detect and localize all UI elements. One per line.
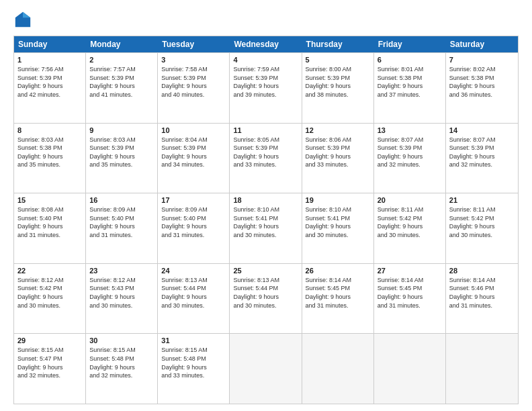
day-content: Sunrise: 8:14 AM Sunset: 5:45 PM Dayligh…	[306, 276, 370, 310]
day-number: 27	[378, 267, 442, 275]
day-cell-5: 5Sunrise: 8:00 AM Sunset: 5:39 PM Daylig…	[302, 53, 374, 123]
calendar-row-2: 8Sunrise: 8:03 AM Sunset: 5:38 PM Daylig…	[14, 123, 518, 193]
empty-cell	[446, 334, 518, 404]
day-cell-29: 29Sunrise: 8:15 AM Sunset: 5:47 PM Dayli…	[14, 334, 86, 404]
header-day-monday: Monday	[86, 36, 158, 52]
day-number: 25	[233, 267, 298, 275]
day-content: Sunrise: 7:58 AM Sunset: 5:39 PM Dayligh…	[161, 65, 226, 99]
day-content: Sunrise: 8:14 AM Sunset: 5:46 PM Dayligh…	[449, 276, 515, 310]
day-content: Sunrise: 8:00 AM Sunset: 5:39 PM Dayligh…	[306, 65, 370, 99]
day-content: Sunrise: 7:57 AM Sunset: 5:39 PM Dayligh…	[89, 65, 154, 99]
day-cell-4: 4Sunrise: 7:59 AM Sunset: 5:39 PM Daylig…	[230, 53, 302, 123]
day-cell-10: 10Sunrise: 8:04 AM Sunset: 5:39 PM Dayli…	[158, 124, 230, 193]
day-cell-8: 8Sunrise: 8:03 AM Sunset: 5:38 PM Daylig…	[14, 124, 86, 193]
day-number: 5	[306, 56, 370, 64]
logo	[13, 10, 35, 29]
day-content: Sunrise: 8:05 AM Sunset: 5:39 PM Dayligh…	[233, 136, 298, 169]
day-number: 29	[17, 336, 82, 345]
day-number: 12	[306, 126, 370, 134]
day-content: Sunrise: 8:15 AM Sunset: 5:48 PM Dayligh…	[161, 346, 226, 379]
day-content: Sunrise: 8:02 AM Sunset: 5:38 PM Dayligh…	[449, 65, 515, 99]
day-cell-21: 21Sunrise: 8:11 AM Sunset: 5:42 PM Dayli…	[446, 193, 518, 263]
day-content: Sunrise: 8:06 AM Sunset: 5:39 PM Dayligh…	[306, 136, 370, 169]
day-content: Sunrise: 8:14 AM Sunset: 5:45 PM Dayligh…	[378, 276, 442, 310]
empty-cell	[230, 334, 302, 404]
calendar: SundayMondayTuesdayWednesdayThursdayFrid…	[13, 36, 519, 404]
day-number: 8	[17, 126, 82, 134]
day-number: 19	[306, 196, 370, 204]
day-number: 21	[449, 196, 515, 204]
calendar-row-1: 1Sunrise: 7:56 AM Sunset: 5:39 PM Daylig…	[14, 52, 518, 123]
day-content: Sunrise: 7:56 AM Sunset: 5:39 PM Dayligh…	[17, 65, 82, 99]
calendar-body: 1Sunrise: 7:56 AM Sunset: 5:39 PM Daylig…	[14, 52, 518, 404]
day-content: Sunrise: 8:13 AM Sunset: 5:44 PM Dayligh…	[161, 276, 226, 310]
day-number: 24	[161, 267, 226, 275]
day-content: Sunrise: 8:12 AM Sunset: 5:43 PM Dayligh…	[89, 276, 154, 310]
day-number: 6	[378, 56, 442, 64]
day-cell-31: 31Sunrise: 8:15 AM Sunset: 5:48 PM Dayli…	[158, 334, 230, 404]
day-content: Sunrise: 8:13 AM Sunset: 5:44 PM Dayligh…	[233, 276, 298, 310]
day-cell-2: 2Sunrise: 7:57 AM Sunset: 5:39 PM Daylig…	[86, 53, 158, 123]
day-cell-18: 18Sunrise: 8:10 AM Sunset: 5:41 PM Dayli…	[230, 193, 302, 263]
day-cell-6: 6Sunrise: 8:01 AM Sunset: 5:38 PM Daylig…	[374, 53, 446, 123]
day-cell-16: 16Sunrise: 8:09 AM Sunset: 5:40 PM Dayli…	[86, 193, 158, 263]
day-content: Sunrise: 8:07 AM Sunset: 5:39 PM Dayligh…	[449, 136, 515, 169]
day-number: 17	[161, 196, 226, 204]
day-content: Sunrise: 8:03 AM Sunset: 5:39 PM Dayligh…	[89, 136, 154, 169]
calendar-row-4: 22Sunrise: 8:12 AM Sunset: 5:42 PM Dayli…	[14, 263, 518, 334]
day-cell-9: 9Sunrise: 8:03 AM Sunset: 5:39 PM Daylig…	[86, 124, 158, 193]
day-cell-23: 23Sunrise: 8:12 AM Sunset: 5:43 PM Dayli…	[86, 264, 158, 334]
day-content: Sunrise: 8:11 AM Sunset: 5:42 PM Dayligh…	[378, 205, 442, 239]
day-content: Sunrise: 8:01 AM Sunset: 5:38 PM Dayligh…	[378, 65, 442, 99]
day-number: 23	[89, 267, 154, 275]
day-content: Sunrise: 8:09 AM Sunset: 5:40 PM Dayligh…	[161, 205, 226, 239]
header-day-wednesday: Wednesday	[230, 36, 302, 52]
day-cell-17: 17Sunrise: 8:09 AM Sunset: 5:40 PM Dayli…	[158, 193, 230, 263]
day-content: Sunrise: 8:11 AM Sunset: 5:42 PM Dayligh…	[449, 205, 515, 239]
header-day-thursday: Thursday	[302, 36, 374, 52]
day-cell-28: 28Sunrise: 8:14 AM Sunset: 5:46 PM Dayli…	[446, 264, 518, 334]
day-cell-20: 20Sunrise: 8:11 AM Sunset: 5:42 PM Dayli…	[374, 193, 446, 263]
day-cell-11: 11Sunrise: 8:05 AM Sunset: 5:39 PM Dayli…	[230, 124, 302, 193]
day-cell-25: 25Sunrise: 8:13 AM Sunset: 5:44 PM Dayli…	[230, 264, 302, 334]
day-content: Sunrise: 8:07 AM Sunset: 5:39 PM Dayligh…	[378, 136, 442, 169]
day-number: 31	[161, 336, 226, 345]
day-number: 11	[233, 126, 298, 134]
empty-cell	[302, 334, 374, 404]
day-cell-22: 22Sunrise: 8:12 AM Sunset: 5:42 PM Dayli…	[14, 264, 86, 334]
day-content: Sunrise: 8:15 AM Sunset: 5:48 PM Dayligh…	[89, 346, 154, 379]
day-cell-24: 24Sunrise: 8:13 AM Sunset: 5:44 PM Dayli…	[158, 264, 230, 334]
calendar-row-3: 15Sunrise: 8:08 AM Sunset: 5:40 PM Dayli…	[14, 193, 518, 263]
day-number: 20	[378, 196, 442, 204]
header-day-sunday: Sunday	[14, 36, 86, 52]
day-cell-14: 14Sunrise: 8:07 AM Sunset: 5:39 PM Dayli…	[446, 124, 518, 193]
day-number: 3	[161, 56, 226, 64]
day-number: 18	[233, 196, 298, 204]
day-content: Sunrise: 8:09 AM Sunset: 5:40 PM Dayligh…	[89, 205, 154, 239]
day-number: 26	[306, 267, 370, 275]
empty-cell	[374, 334, 446, 404]
calendar-header: SundayMondayTuesdayWednesdayThursdayFrid…	[14, 36, 518, 52]
day-number: 15	[17, 196, 82, 204]
day-number: 9	[89, 126, 154, 134]
day-cell-12: 12Sunrise: 8:06 AM Sunset: 5:39 PM Dayli…	[302, 124, 374, 193]
day-cell-13: 13Sunrise: 8:07 AM Sunset: 5:39 PM Dayli…	[374, 124, 446, 193]
header-day-saturday: Saturday	[446, 36, 518, 52]
day-content: Sunrise: 8:04 AM Sunset: 5:39 PM Dayligh…	[161, 136, 226, 169]
day-number: 1	[17, 56, 82, 64]
day-cell-26: 26Sunrise: 8:14 AM Sunset: 5:45 PM Dayli…	[302, 264, 374, 334]
day-content: Sunrise: 8:15 AM Sunset: 5:47 PM Dayligh…	[17, 346, 82, 379]
day-content: Sunrise: 7:59 AM Sunset: 5:39 PM Dayligh…	[233, 65, 298, 99]
day-content: Sunrise: 8:12 AM Sunset: 5:42 PM Dayligh…	[17, 276, 82, 310]
day-content: Sunrise: 8:10 AM Sunset: 5:41 PM Dayligh…	[306, 205, 370, 239]
header-day-tuesday: Tuesday	[158, 36, 230, 52]
svg-marker-1	[23, 12, 30, 17]
day-cell-19: 19Sunrise: 8:10 AM Sunset: 5:41 PM Dayli…	[302, 193, 374, 263]
day-content: Sunrise: 8:10 AM Sunset: 5:41 PM Dayligh…	[233, 205, 298, 239]
day-cell-3: 3Sunrise: 7:58 AM Sunset: 5:39 PM Daylig…	[158, 53, 230, 123]
day-cell-30: 30Sunrise: 8:15 AM Sunset: 5:48 PM Dayli…	[86, 334, 158, 404]
logo-icon	[13, 10, 32, 29]
page: SundayMondayTuesdayWednesdayThursdayFrid…	[0, 0, 532, 411]
day-content: Sunrise: 8:03 AM Sunset: 5:38 PM Dayligh…	[17, 136, 82, 169]
day-number: 13	[378, 126, 442, 134]
